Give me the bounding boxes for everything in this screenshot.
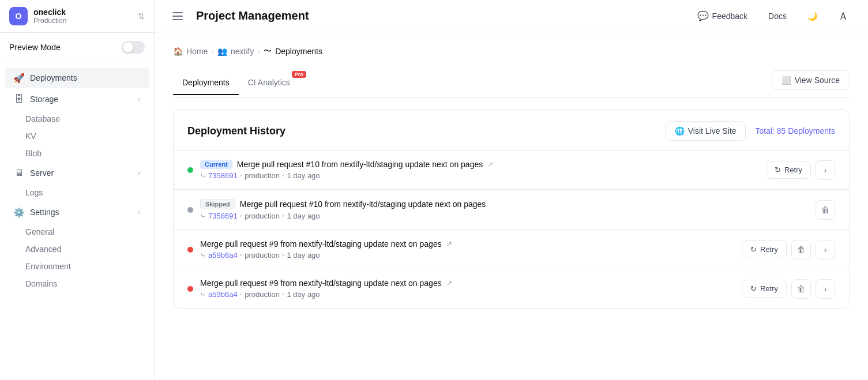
sidebar-item-deployments[interactable]: 🚀 Deployments xyxy=(5,67,149,88)
expand-button-4[interactable]: › xyxy=(816,279,835,299)
retry-label-1: Retry xyxy=(784,165,802,174)
deployment-info-row1: Current Merge pull request #10 from next… xyxy=(200,160,759,169)
sidebar-item-blob[interactable]: Blob xyxy=(25,145,154,162)
retry-icon-4: ↻ xyxy=(750,284,757,293)
chevron-right-icon-4: › xyxy=(824,284,827,294)
server-icon: 🖥 xyxy=(14,168,24,178)
org-name: oneclick xyxy=(33,7,66,17)
deployment-time-4: 1 day ago xyxy=(287,290,320,299)
deployment-info-row1-3: Merge pull request #9 from nextify-ltd/s… xyxy=(200,239,735,249)
deployment-time-3: 1 day ago xyxy=(287,251,320,259)
meta-sep: • xyxy=(282,251,285,259)
translate-button[interactable]: Ａ xyxy=(832,6,854,27)
deployment-meta-4: ⤷ a59b6a4 • production • 1 day ago xyxy=(200,290,735,299)
commit-link-2[interactable]: 7358691 xyxy=(208,212,238,220)
sidebar-item-settings[interactable]: ⚙️ Settings › xyxy=(5,202,149,223)
deployment-item-4: Merge pull request #9 from nextify-ltd/s… xyxy=(174,269,849,308)
sidebar-item-database[interactable]: Database xyxy=(25,110,154,127)
content-area: 🏠 Home › 👥 nextify › 〜 Deployments xyxy=(155,32,868,380)
commit-link-3[interactable]: a59b6a4 xyxy=(208,251,238,259)
retry-button-1[interactable]: ↻ Retry xyxy=(766,161,811,179)
rocket-icon: 🚀 xyxy=(14,73,24,83)
retry-button-4[interactable]: ↻ Retry xyxy=(742,280,787,298)
retry-icon-3: ↻ xyxy=(750,245,757,254)
activity-icon: 〜 xyxy=(264,46,272,57)
breadcrumb-current[interactable]: 〜 Deployments xyxy=(264,46,322,57)
preview-mode-toggle[interactable] xyxy=(122,41,145,54)
meta-sep: • xyxy=(282,290,285,299)
deployment-title-4: Merge pull request #9 from nextify-ltd/s… xyxy=(200,279,442,288)
retry-label-4: Retry xyxy=(760,284,778,293)
visit-live-button[interactable]: 🌐 Visit Live Site xyxy=(665,121,746,141)
breadcrumb-current-label: Deployments xyxy=(275,47,322,56)
gear-icon: ⚙️ xyxy=(14,207,24,217)
chevron-down-icon: › xyxy=(138,95,140,103)
org-avatar: O xyxy=(9,7,28,25)
external-link-icon-4[interactable]: ↗ xyxy=(446,279,452,287)
sidebar-item-advanced[interactable]: Advanced xyxy=(25,240,154,258)
branch-icon-2: ⤷ xyxy=(200,212,206,220)
delete-button-3[interactable]: 🗑 xyxy=(791,240,811,259)
tab-ci-analytics[interactable]: CI Analytics Pro xyxy=(239,72,302,95)
sidebar-item-general[interactable]: General xyxy=(25,223,154,240)
meta-sep: • xyxy=(282,212,285,220)
skipped-badge: Skipped xyxy=(200,199,235,209)
meta-sep: • xyxy=(240,251,243,259)
org-env: Production xyxy=(33,17,66,25)
external-link-icon[interactable]: ↗ xyxy=(487,160,493,168)
branch-icon-4: ⤷ xyxy=(200,291,206,299)
visit-live-label: Visit Live Site xyxy=(688,126,737,136)
theme-toggle-button[interactable]: 🌙 xyxy=(802,8,823,24)
breadcrumb-separator-1: › xyxy=(211,47,214,56)
feedback-button[interactable]: 💬 Feedback xyxy=(692,7,753,25)
sidebar-item-logs[interactable]: Logs xyxy=(25,184,154,201)
breadcrumb-home[interactable]: 🏠 Home xyxy=(173,47,208,56)
chevron-down-icon: › xyxy=(138,208,140,216)
expand-button-3[interactable]: › xyxy=(816,240,835,259)
sidebar-item-environment[interactable]: Environment xyxy=(25,258,154,275)
translate-icon: Ａ xyxy=(838,9,848,23)
deployment-meta-3: ⤷ a59b6a4 • production • 1 day ago xyxy=(200,251,735,259)
meta-sep: • xyxy=(240,290,243,299)
breadcrumb-team[interactable]: 👥 nextify xyxy=(217,47,254,56)
storage-subnav: Database KV Blob xyxy=(0,110,154,162)
sidebar-item-kv[interactable]: KV xyxy=(25,127,154,145)
topbar-left: Project Management xyxy=(168,7,309,25)
deployment-info-row1-2: Skipped Merge pull request #10 from next… xyxy=(200,199,809,209)
topbar-right: 💬 Feedback Docs 🌙 Ａ xyxy=(692,6,854,27)
view-source-button[interactable]: ⬜ View Source xyxy=(772,70,850,90)
tab-deployments[interactable]: Deployments xyxy=(173,72,239,95)
deployment-actions-3: ↻ Retry 🗑 › xyxy=(742,240,835,259)
team-icon: 👥 xyxy=(217,47,227,56)
commit-link-1[interactable]: 7358691 xyxy=(208,171,238,180)
expand-button-1[interactable]: › xyxy=(816,160,835,180)
sidebar-toggle-button[interactable] xyxy=(168,7,187,25)
preview-mode-label: Preview Mode xyxy=(9,43,61,52)
status-dot-green xyxy=(187,167,193,173)
chevron-right-icon: › xyxy=(824,165,827,175)
delete-button-2[interactable]: 🗑 xyxy=(816,200,835,220)
deployment-item-2: Skipped Merge pull request #10 from next… xyxy=(174,189,849,229)
retry-button-3[interactable]: ↻ Retry xyxy=(742,240,787,258)
breadcrumb: 🏠 Home › 👥 nextify › 〜 Deployments xyxy=(173,46,850,57)
deployment-item-3: Merge pull request #9 from nextify-ltd/s… xyxy=(174,229,849,269)
message-icon: 💬 xyxy=(697,10,709,21)
deployment-info-1: Current Merge pull request #10 from next… xyxy=(200,160,759,180)
sidebar-item-storage[interactable]: 🗄 Storage › xyxy=(5,89,149,110)
sidebar-item-domains[interactable]: Domains xyxy=(25,275,154,292)
chevron-updown-icon[interactable]: ⇅ xyxy=(138,12,145,21)
org-info[interactable]: O oneclick Production xyxy=(9,7,66,25)
sidebar-item-storage-label: Storage xyxy=(30,95,132,104)
sidebar-item-server[interactable]: 🖥 Server › xyxy=(5,163,149,183)
delete-button-4[interactable]: 🗑 xyxy=(791,279,811,299)
docs-label: Docs xyxy=(768,12,787,21)
external-link-icon-3[interactable]: ↗ xyxy=(446,240,452,248)
sidebar-item-server-label: Server xyxy=(30,168,132,178)
trash-icon-3: 🗑 xyxy=(797,245,805,254)
server-subnav: Logs xyxy=(0,184,154,201)
commit-link-4[interactable]: a59b6a4 xyxy=(208,290,238,299)
docs-button[interactable]: Docs xyxy=(762,8,792,24)
sidebar: O oneclick Production ⇅ Preview Mode 🚀 D… xyxy=(0,0,155,380)
deployment-info-2: Skipped Merge pull request #10 from next… xyxy=(200,199,809,220)
status-dot-red-4 xyxy=(187,286,193,292)
